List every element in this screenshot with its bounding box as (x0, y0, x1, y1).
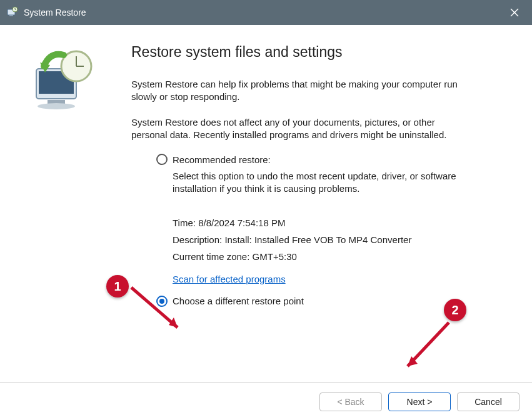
annotation-badge-2: 2 (444, 299, 466, 321)
svg-line-15 (408, 322, 449, 366)
left-pane (0, 25, 125, 382)
radio-unchecked-icon (156, 154, 168, 165)
svg-point-8 (38, 103, 75, 109)
detail-timezone: Current time zone: GMT+5:30 (173, 248, 494, 265)
annotation-arrow-2 (399, 320, 455, 379)
close-button[interactable] (502, 0, 527, 25)
choose-different-restore-radio[interactable]: Choose a different restore point (156, 296, 494, 307)
restore-point-details: Time: 8/8/2024 7:54:18 PM Description: I… (173, 214, 494, 265)
footer-buttons: < Back Next > Cancel (0, 382, 532, 420)
right-pane: Restore system files and settings System… (125, 25, 532, 382)
page-heading: Restore system files and settings (131, 44, 494, 61)
titlebar: System Restore (0, 0, 532, 25)
next-button[interactable]: Next > (388, 392, 451, 411)
intro-paragraph-2: System Restore does not affect any of yo… (131, 116, 469, 142)
detail-description: Description: Install: Installed Free VOB… (173, 231, 494, 248)
svg-marker-16 (408, 356, 418, 366)
system-restore-icon (5, 6, 19, 19)
svg-marker-14 (169, 318, 178, 328)
cancel-button[interactable]: Cancel (457, 392, 519, 411)
recommended-restore-radio[interactable]: Recommended restore: (156, 154, 494, 165)
radio-checked-icon (156, 296, 168, 307)
window-title: System Restore (24, 8, 502, 18)
scan-affected-programs-link[interactable]: Scan for affected programs (173, 274, 286, 284)
svg-rect-1 (9, 15, 13, 16)
choose-different-restore-label: Choose a different restore point (173, 296, 304, 306)
detail-time: Time: 8/8/2024 7:54:18 PM (173, 214, 494, 231)
options-block: Recommended restore: Select this option … (156, 154, 494, 307)
recommended-restore-label: Recommended restore: (173, 154, 271, 165)
recommended-restore-description: Select this option to undo the most rece… (173, 170, 460, 196)
intro-paragraph-1: System Restore can help fix problems tha… (131, 78, 469, 104)
system-restore-graphic-icon (25, 44, 100, 119)
back-button[interactable]: < Back (319, 392, 382, 411)
annotation-badge-1: 1 (106, 275, 129, 298)
content-area: Restore system files and settings System… (0, 25, 532, 382)
